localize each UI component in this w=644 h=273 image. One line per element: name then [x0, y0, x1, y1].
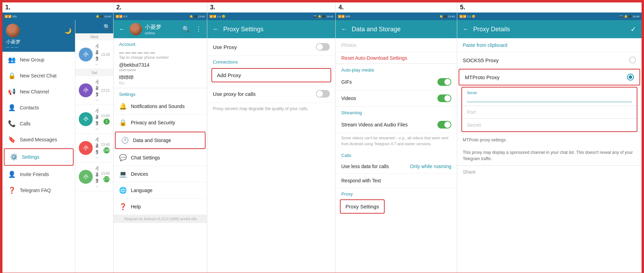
data-storage-title: Data and Storage — [352, 26, 453, 33]
use-proxy-calls-row: Use proxy for calls — [207, 85, 335, 103]
mtproto-label: MTProto Proxy — [465, 74, 500, 80]
socks5-row: SOCKS5 Proxy — [457, 52, 642, 68]
use-proxy-toggle[interactable] — [316, 43, 330, 51]
search-icon-2[interactable]: 🔍 — [181, 24, 191, 34]
chat-item[interactable]: 小 小菱梦 — — — 13:40 146 — [75, 134, 113, 163]
step-4-label: 4. — [336, 2, 457, 13]
settings-item-privacy[interactable]: 🔒 Privacy and Security — [114, 115, 207, 131]
note-1: MTProto proxy settings. — [463, 138, 507, 142]
chat-avatar: 小 — [79, 83, 93, 97]
chat-name: 小菱梦 — [95, 79, 98, 98]
settings-item-notifications[interactable]: 🔔 Notifications and Sounds — [114, 98, 207, 115]
sidebar-item-calls[interactable]: 📞 Calls — [2, 116, 75, 132]
mtproto-radio[interactable] — [627, 74, 634, 81]
server-label: Server — [467, 91, 632, 95]
settings-item-chat[interactable]: 💬 Chat Settings — [114, 150, 207, 166]
step-5-label: 5. — [457, 2, 642, 13]
streaming-title: Streaming — [336, 107, 457, 117]
use-proxy-row: Use Proxy — [207, 38, 335, 56]
menu-icon-2[interactable]: ⋮ — [194, 24, 203, 34]
sidebar-item-invite-friends[interactable]: 👤 Invite Friends — [2, 166, 75, 182]
settings-label: Settings — [22, 154, 40, 160]
language-label: Language — [131, 188, 152, 193]
new-group-label: New Group — [20, 57, 44, 63]
chat-meta: 13:28 — [101, 53, 110, 57]
chat-item[interactable]: 小 小菱梦 — — — 13:21 — [75, 76, 113, 105]
panel4-scroll: Photos Reset Auto-Download Settings Auto… — [336, 38, 457, 273]
chat-avatar: 小 — [79, 112, 93, 126]
checkmark-button[interactable]: ✓ — [628, 24, 638, 34]
chat-preview: — — — — [95, 126, 98, 131]
chat-item[interactable]: 小 小菱梦 — — — 13:40 172 — [75, 163, 113, 191]
reset-label[interactable]: Reset Auto-Download Settings — [341, 55, 407, 61]
chat-list: 小 小菱梦 — — — 13:28 Sat 小 小菱梦 — [75, 40, 113, 273]
panel-3: 3. 📶📶 1.4 😊 📷 🔔 ⚫ 14:40 ← Proxy Settings… — [207, 2, 336, 273]
header-icons: 🌙 — [65, 27, 72, 34]
chat-icon: 💬 — [119, 154, 127, 162]
devices-icon: 💻 — [119, 170, 127, 178]
chat-preview: — — — — [95, 184, 98, 188]
proxy-settings-button[interactable]: Proxy Settings — [340, 199, 385, 214]
socks5-radio[interactable] — [629, 57, 636, 64]
stream-toggle[interactable] — [437, 121, 451, 129]
status-right-5: 📷 🔔 ⚫ 14:40 — [620, 15, 639, 18]
chat-item[interactable]: 小 小菱梦 — — — 13:28 — [75, 40, 113, 69]
faq-icon: ❓ — [8, 187, 16, 194]
status-left-1: 📶📶 331 — [5, 15, 17, 18]
account-name: — — — — — — — [119, 50, 201, 55]
search-icon[interactable]: 🔍 — [103, 24, 110, 30]
settings-item-help[interactable]: ❓ Help — [114, 199, 207, 215]
back-button-4[interactable]: ← — [339, 24, 349, 34]
chat-meta: 13:40 146 — [101, 143, 110, 154]
gifs-toggle[interactable] — [437, 78, 451, 86]
add-proxy-button[interactable]: Add Proxy — [211, 68, 331, 82]
back-button-3[interactable]: ← — [211, 24, 220, 34]
note-2: This proxy may display a sponsored chann… — [463, 150, 633, 161]
share-row: Share — [457, 166, 642, 178]
server-input[interactable] — [467, 96, 632, 102]
share-label[interactable]: Share — [463, 169, 476, 175]
moon-icon[interactable]: 🌙 — [65, 27, 72, 34]
chat-preview: — — — — [95, 98, 98, 102]
use-proxy-calls-label: Use proxy for calls — [213, 91, 256, 97]
reset-row[interactable]: Reset Auto-Download Settings — [336, 52, 457, 64]
settings-item-language[interactable]: 🌐 Language — [114, 182, 207, 199]
mtproto-row: MTProto Proxy — [459, 69, 640, 85]
sidebar-item-new-secret-chat[interactable]: 🔒 New Secret Chat — [2, 68, 75, 84]
settings-section-title: Settings — [114, 88, 207, 98]
sidebar-item-new-channel[interactable]: 📢 New Channel — [2, 84, 75, 100]
less-data-value[interactable]: Only while roaming — [410, 164, 451, 169]
chat-item[interactable]: 小 小菱梦 — — — 13:40 1 — [75, 105, 113, 134]
sidebar-item-settings[interactable]: ⚙️ Settings — [4, 148, 74, 166]
settings-item-data-storage[interactable]: 🕐 Data and Storage — [115, 132, 206, 149]
p2-header-name: 小菱梦 — [145, 24, 178, 31]
panel2-header: ← 小菱梦 online 🔍 ⋮ — [114, 20, 207, 38]
chat-info: 小菱梦 — — — — [95, 165, 98, 188]
less-data-row: Use less data for calls Only while roami… — [336, 159, 457, 174]
p1-header: 🌙 小菱梦 — — — — [2, 20, 75, 52]
sidebar-item-contacts[interactable]: 👤 Contacts — [2, 100, 75, 116]
sidebar-item-saved-messages[interactable]: 🔖 Saved Messages — [2, 132, 75, 148]
bio-name: 哔哔哔 — [119, 75, 201, 81]
videos-toggle[interactable] — [437, 94, 451, 102]
account-name-display: — — — — — — Tap to change phone number — [114, 48, 207, 61]
settings-item-devices[interactable]: 💻 Devices — [114, 166, 207, 182]
port-placeholder: Port — [467, 109, 476, 115]
sidebar-item-faq[interactable]: ❓ Telegram FAQ — [2, 182, 75, 198]
proxy-details-title: Proxy Details — [473, 26, 626, 33]
proxy-settings-title: Proxy Settings — [223, 26, 332, 33]
chat-badge: 172 — [103, 176, 110, 182]
use-proxy-calls-toggle[interactable] — [316, 90, 330, 98]
sidebar-item-new-group[interactable]: 👥 New Group — [2, 52, 75, 68]
status-line: — — — — [6, 45, 72, 49]
chat-badge: 1 — [103, 118, 110, 125]
chat-avatar: 小 — [79, 141, 93, 155]
calls-label: Calls — [20, 121, 31, 126]
paste-from-clipboard[interactable]: Paste from clipboard — [457, 38, 642, 52]
calls-icon: 📞 — [8, 120, 16, 127]
account-username-label: username — [119, 68, 201, 72]
back-button-2[interactable]: ← — [117, 24, 127, 34]
back-button-5[interactable]: ← — [461, 24, 470, 34]
port-field: Port — [462, 106, 637, 119]
account-username-row: @bekbut7314 username — [114, 61, 207, 73]
